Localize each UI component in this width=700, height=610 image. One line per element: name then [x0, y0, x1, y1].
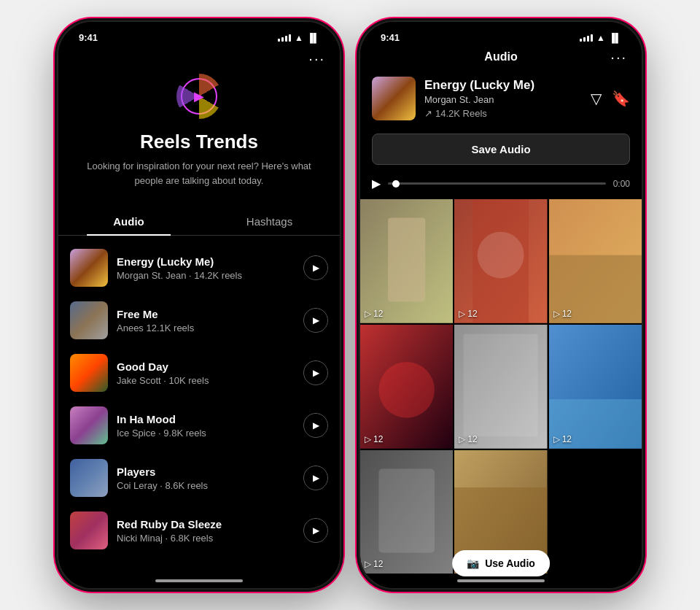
- audio-meta-3: Jake Scott · 10K reels: [117, 375, 295, 386]
- wifi-icon-2: ▲: [596, 33, 605, 43]
- trending-icon: ↗: [424, 108, 432, 119]
- battery-icon: ▐▌: [307, 33, 319, 43]
- tabs: Audio Hashtags: [58, 208, 340, 236]
- svg-rect-14: [378, 468, 435, 552]
- video-count-3: ▷12: [553, 309, 572, 319]
- play-btn-5[interactable]: ▶: [303, 466, 328, 490]
- svg-point-4: [478, 232, 524, 279]
- video-cell-5[interactable]: ▷12: [454, 325, 547, 449]
- play-btn-6[interactable]: ▶: [303, 518, 328, 543]
- status-icons-2: ▲ ▐▌: [580, 33, 621, 43]
- audio-thumb-5: [70, 459, 108, 497]
- phones-container: 9:41 ▲ ▐▌ ··· ▶: [57, 20, 643, 590]
- audio-meta-4: Ice Spice · 9.8K reels: [117, 428, 295, 439]
- menu-dots-1[interactable]: ···: [58, 47, 340, 67]
- phone-1: 9:41 ▲ ▐▌ ··· ▶: [57, 20, 341, 590]
- video-count-2: ▷12: [459, 309, 477, 319]
- reels-title: Reels Trends: [73, 131, 325, 153]
- audio-info-3: Good Day Jake Scott · 10K reels: [117, 360, 295, 386]
- status-bar-1: 9:41 ▲ ▐▌: [58, 22, 340, 47]
- audio-info-1: Energy (Lucky Me) Morgan St. Jean · 14.2…: [117, 255, 295, 281]
- audio-item-3[interactable]: Good Day Jake Scott · 10K reels ▶: [58, 347, 340, 399]
- video-cell-4[interactable]: ▷12: [360, 325, 453, 449]
- audio-meta-6: Nicki Minaj · 6.8K reels: [117, 533, 295, 544]
- audio-item-2[interactable]: Free Me Anees 12.1K reels ▶: [58, 294, 340, 347]
- share-icon[interactable]: ▽: [591, 90, 602, 107]
- video-count-7: ▷12: [365, 559, 383, 569]
- home-indicator-1: [155, 579, 243, 582]
- tab-hashtags[interactable]: Hashtags: [199, 208, 340, 235]
- player-progress-dot: [392, 180, 400, 188]
- audio-meta-5: Coi Leray · 8.6K reels: [117, 480, 295, 491]
- video-cell-3[interactable]: ▷12: [549, 199, 642, 323]
- menu-dots-2[interactable]: ···: [610, 49, 627, 66]
- signal-icon: [278, 34, 291, 42]
- player-play-button[interactable]: ▶: [372, 177, 381, 190]
- audio-thumb-3: [70, 354, 108, 392]
- play-btn-1[interactable]: ▶: [303, 255, 328, 280]
- audio-thumb-1: [70, 249, 108, 287]
- audio-info-4: In Ha Mood Ice Spice · 9.8K reels: [117, 413, 295, 439]
- audio-item-1[interactable]: Energy (Lucky Me) Morgan St. Jean · 14.2…: [58, 242, 340, 294]
- reels-play-icon: ▶: [194, 88, 204, 104]
- audio-info-2: Free Me Anees 12.1K reels: [117, 308, 295, 333]
- use-audio-label: Use Audio: [485, 557, 535, 569]
- audio-name-6: Red Ruby Da Sleeze: [117, 518, 295, 530]
- audio-name-4: In Ha Mood: [117, 413, 295, 425]
- bookmark-icon[interactable]: 🔖: [612, 90, 630, 107]
- reels-icon-circle: ▶: [181, 78, 217, 115]
- video-grid: ▷12 ▷12: [360, 199, 642, 574]
- tab-audio[interactable]: Audio: [58, 208, 199, 235]
- audio-detail-artist: Morgan St. Jean: [424, 94, 582, 105]
- phone-2: 9:41 ▲ ▐▌ Audio ···: [359, 20, 643, 590]
- video-cell-1[interactable]: ▷12: [360, 199, 453, 323]
- video-count-4: ▷12: [365, 434, 383, 444]
- time-2: 9:41: [381, 32, 400, 43]
- phone-1-screen: 9:41 ▲ ▐▌ ··· ▶: [58, 22, 340, 588]
- audio-detail-thumb: [372, 77, 416, 120]
- phone-2-screen: 9:41 ▲ ▐▌ Audio ···: [360, 22, 642, 588]
- video-cell-7[interactable]: ▷12: [360, 450, 453, 574]
- status-icons-1: ▲ ▐▌: [278, 33, 319, 43]
- audio-name-2: Free Me: [117, 308, 295, 320]
- home-indicator-2: [457, 579, 545, 582]
- player-progress-bar[interactable]: [388, 182, 606, 185]
- audio-meta-2: Anees 12.1K reels: [117, 323, 295, 333]
- audio-info-6: Red Ruby Da Sleeze Nicki Minaj · 6.8K re…: [117, 518, 295, 544]
- time-1: 9:41: [79, 32, 98, 43]
- audio-name-5: Players: [117, 466, 295, 478]
- reels-header: ▶ Reels Trends Looking for inspiration f…: [58, 67, 340, 199]
- video-count-5: ▷12: [459, 434, 477, 444]
- camera-icon: 📷: [467, 557, 479, 569]
- save-audio-button[interactable]: Save Audio: [372, 134, 630, 165]
- audio-item-5[interactable]: Players Coi Leray · 8.6K reels ▶: [58, 452, 340, 504]
- video-count-1: ▷12: [365, 309, 383, 319]
- reels-icon-wrap: ▶: [177, 78, 221, 122]
- use-audio-button[interactable]: 📷 Use Audio: [452, 550, 550, 576]
- audio-thumb-6: [70, 511, 108, 549]
- audio-name-3: Good Day: [117, 360, 295, 373]
- audio-detail-actions: ▽ 🔖: [591, 90, 630, 107]
- video-cell-2[interactable]: ▷12: [454, 199, 547, 323]
- video-cell-6[interactable]: ▷12: [549, 325, 642, 449]
- svg-rect-1: [388, 218, 425, 302]
- audio-info-5: Players Coi Leray · 8.6K reels: [117, 466, 295, 491]
- play-btn-3[interactable]: ▶: [303, 360, 328, 385]
- battery-icon-2: ▐▌: [609, 33, 621, 43]
- audio-item-6[interactable]: Red Ruby Da Sleeze Nicki Minaj · 6.8K re…: [58, 504, 340, 557]
- audio-meta-1: Morgan St. Jean · 14.2K reels: [117, 270, 295, 281]
- svg-rect-10: [464, 334, 538, 436]
- audio-detail-name: Energy (Lucky Me): [424, 78, 582, 93]
- play-btn-2[interactable]: ▶: [303, 308, 328, 333]
- audio-thumb-2: [70, 301, 108, 339]
- audio-detail-info: Energy (Lucky Me) Morgan St. Jean ↗ 14.2…: [424, 78, 582, 119]
- audio-page-title: Audio: [484, 50, 517, 63]
- play-btn-4[interactable]: ▶: [303, 413, 328, 438]
- reels-subtitle: Looking for inspiration for your next re…: [73, 159, 325, 188]
- audio-detail-count: ↗ 14.2K Reels: [424, 108, 582, 119]
- audio-player: ▶ 0:00: [360, 171, 642, 196]
- player-time: 0:00: [613, 179, 630, 189]
- audio-page-header: Audio ···: [360, 47, 642, 69]
- audio-item-4[interactable]: In Ha Mood Ice Spice · 9.8K reels ▶: [58, 399, 340, 452]
- svg-point-8: [378, 362, 435, 418]
